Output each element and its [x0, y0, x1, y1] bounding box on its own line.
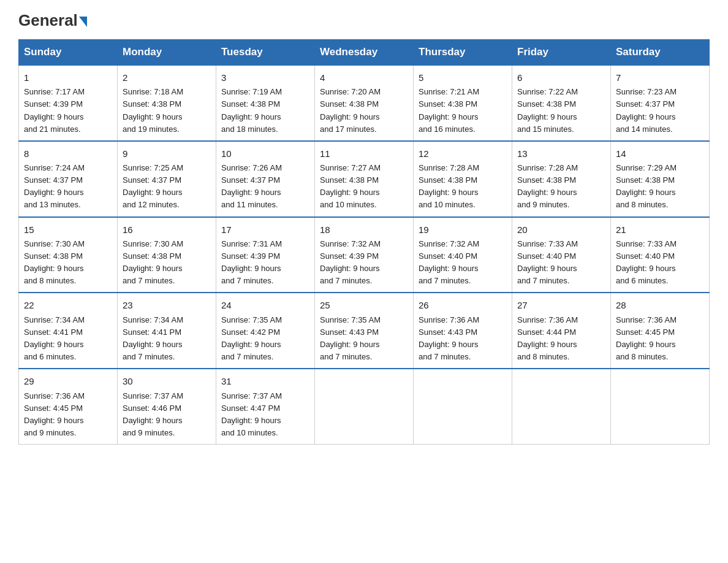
- day-info: Sunrise: 7:33 AM Sunset: 4:40 PM Dayligh…: [616, 238, 704, 288]
- week-row-5: 29Sunrise: 7:36 AM Sunset: 4:45 PM Dayli…: [19, 369, 710, 444]
- week-row-4: 22Sunrise: 7:34 AM Sunset: 4:41 PM Dayli…: [19, 293, 710, 369]
- day-number: 25: [320, 298, 408, 312]
- day-info: Sunrise: 7:22 AM Sunset: 4:38 PM Dayligh…: [517, 86, 605, 136]
- day-info: Sunrise: 7:35 AM Sunset: 4:42 PM Dayligh…: [221, 314, 309, 364]
- day-info: Sunrise: 7:36 AM Sunset: 4:45 PM Dayligh…: [616, 314, 704, 364]
- day-number: 13: [517, 147, 605, 161]
- weekday-header-wednesday: Wednesday: [315, 40, 414, 66]
- day-number: 3: [221, 71, 309, 85]
- day-number: 31: [221, 374, 309, 388]
- day-cell: 2Sunrise: 7:18 AM Sunset: 4:38 PM Daylig…: [118, 65, 216, 141]
- day-cell: 16Sunrise: 7:30 AM Sunset: 4:38 PM Dayli…: [118, 217, 216, 293]
- day-number: 28: [616, 298, 704, 312]
- day-cell: 15Sunrise: 7:30 AM Sunset: 4:38 PM Dayli…: [19, 217, 118, 293]
- day-number: 26: [419, 298, 507, 312]
- week-row-2: 8Sunrise: 7:24 AM Sunset: 4:37 PM Daylig…: [19, 141, 710, 217]
- calendar-table: SundayMondayTuesdayWednesdayThursdayFrid…: [18, 39, 710, 445]
- day-cell: 3Sunrise: 7:19 AM Sunset: 4:38 PM Daylig…: [216, 65, 315, 141]
- day-info: Sunrise: 7:20 AM Sunset: 4:38 PM Dayligh…: [320, 86, 408, 136]
- day-info: Sunrise: 7:36 AM Sunset: 4:45 PM Dayligh…: [24, 390, 112, 440]
- day-number: 6: [517, 71, 605, 85]
- week-row-3: 15Sunrise: 7:30 AM Sunset: 4:38 PM Dayli…: [19, 217, 710, 293]
- day-info: Sunrise: 7:37 AM Sunset: 4:47 PM Dayligh…: [221, 390, 309, 440]
- day-info: Sunrise: 7:21 AM Sunset: 4:38 PM Dayligh…: [419, 86, 507, 136]
- day-info: Sunrise: 7:37 AM Sunset: 4:46 PM Dayligh…: [123, 390, 211, 440]
- calendar-body: 1Sunrise: 7:17 AM Sunset: 4:39 PM Daylig…: [19, 65, 710, 445]
- day-number: 18: [320, 223, 408, 237]
- day-number: 4: [320, 71, 408, 85]
- day-cell: 26Sunrise: 7:36 AM Sunset: 4:43 PM Dayli…: [414, 293, 512, 369]
- day-info: Sunrise: 7:36 AM Sunset: 4:44 PM Dayligh…: [517, 314, 605, 364]
- day-cell: 22Sunrise: 7:34 AM Sunset: 4:41 PM Dayli…: [19, 293, 118, 369]
- weekday-header-thursday: Thursday: [414, 40, 512, 66]
- day-number: 19: [419, 223, 507, 237]
- day-cell: [315, 369, 414, 444]
- logo-top: General: [18, 12, 87, 28]
- day-cell: 8Sunrise: 7:24 AM Sunset: 4:37 PM Daylig…: [19, 141, 118, 217]
- day-number: 22: [24, 298, 112, 312]
- day-cell: 17Sunrise: 7:31 AM Sunset: 4:39 PM Dayli…: [216, 217, 315, 293]
- day-info: Sunrise: 7:28 AM Sunset: 4:38 PM Dayligh…: [517, 162, 605, 212]
- day-cell: [414, 369, 512, 444]
- day-number: 30: [123, 374, 211, 388]
- day-cell: 31Sunrise: 7:37 AM Sunset: 4:47 PM Dayli…: [216, 369, 315, 444]
- day-info: Sunrise: 7:31 AM Sunset: 4:39 PM Dayligh…: [221, 238, 309, 288]
- day-number: 17: [221, 223, 309, 237]
- weekday-header-tuesday: Tuesday: [216, 40, 315, 66]
- day-info: Sunrise: 7:18 AM Sunset: 4:38 PM Dayligh…: [123, 86, 211, 136]
- day-number: 10: [221, 147, 309, 161]
- weekday-header-friday: Friday: [512, 40, 611, 66]
- day-cell: 5Sunrise: 7:21 AM Sunset: 4:38 PM Daylig…: [414, 65, 512, 141]
- day-number: 9: [123, 147, 211, 161]
- weekday-header-row: SundayMondayTuesdayWednesdayThursdayFrid…: [19, 40, 710, 66]
- day-number: 5: [419, 71, 507, 85]
- day-info: Sunrise: 7:29 AM Sunset: 4:38 PM Dayligh…: [616, 162, 704, 212]
- weekday-header-saturday: Saturday: [611, 40, 710, 66]
- day-info: Sunrise: 7:26 AM Sunset: 4:37 PM Dayligh…: [221, 162, 309, 212]
- day-cell: 21Sunrise: 7:33 AM Sunset: 4:40 PM Dayli…: [611, 217, 710, 293]
- weekday-header-monday: Monday: [118, 40, 216, 66]
- day-number: 2: [123, 71, 211, 85]
- day-cell: 29Sunrise: 7:36 AM Sunset: 4:45 PM Dayli…: [19, 369, 118, 444]
- day-number: 27: [517, 298, 605, 312]
- day-info: Sunrise: 7:36 AM Sunset: 4:43 PM Dayligh…: [419, 314, 507, 364]
- day-info: Sunrise: 7:34 AM Sunset: 4:41 PM Dayligh…: [123, 314, 211, 364]
- day-number: 23: [123, 298, 211, 312]
- day-cell: [512, 369, 611, 444]
- logo: General: [18, 12, 87, 28]
- day-cell: 11Sunrise: 7:27 AM Sunset: 4:38 PM Dayli…: [315, 141, 414, 217]
- day-info: Sunrise: 7:24 AM Sunset: 4:37 PM Dayligh…: [24, 162, 112, 212]
- day-number: 20: [517, 223, 605, 237]
- day-info: Sunrise: 7:23 AM Sunset: 4:37 PM Dayligh…: [616, 86, 704, 136]
- weekday-header-sunday: Sunday: [19, 40, 118, 66]
- week-row-1: 1Sunrise: 7:17 AM Sunset: 4:39 PM Daylig…: [19, 65, 710, 141]
- day-info: Sunrise: 7:33 AM Sunset: 4:40 PM Dayligh…: [517, 238, 605, 288]
- day-info: Sunrise: 7:32 AM Sunset: 4:40 PM Dayligh…: [419, 238, 507, 288]
- day-cell: 4Sunrise: 7:20 AM Sunset: 4:38 PM Daylig…: [315, 65, 414, 141]
- day-cell: 23Sunrise: 7:34 AM Sunset: 4:41 PM Dayli…: [118, 293, 216, 369]
- day-info: Sunrise: 7:28 AM Sunset: 4:38 PM Dayligh…: [419, 162, 507, 212]
- day-cell: 27Sunrise: 7:36 AM Sunset: 4:44 PM Dayli…: [512, 293, 611, 369]
- day-cell: 10Sunrise: 7:26 AM Sunset: 4:37 PM Dayli…: [216, 141, 315, 217]
- day-number: 8: [24, 147, 112, 161]
- day-number: 29: [24, 374, 112, 388]
- day-info: Sunrise: 7:30 AM Sunset: 4:38 PM Dayligh…: [24, 238, 112, 288]
- day-info: Sunrise: 7:27 AM Sunset: 4:38 PM Dayligh…: [320, 162, 408, 212]
- day-number: 24: [221, 298, 309, 312]
- day-cell: [611, 369, 710, 444]
- day-cell: 1Sunrise: 7:17 AM Sunset: 4:39 PM Daylig…: [19, 65, 118, 141]
- day-number: 12: [419, 147, 507, 161]
- day-info: Sunrise: 7:35 AM Sunset: 4:43 PM Dayligh…: [320, 314, 408, 364]
- day-cell: 7Sunrise: 7:23 AM Sunset: 4:37 PM Daylig…: [611, 65, 710, 141]
- day-number: 16: [123, 223, 211, 237]
- day-info: Sunrise: 7:17 AM Sunset: 4:39 PM Dayligh…: [24, 86, 112, 136]
- day-cell: 20Sunrise: 7:33 AM Sunset: 4:40 PM Dayli…: [512, 217, 611, 293]
- day-cell: 14Sunrise: 7:29 AM Sunset: 4:38 PM Dayli…: [611, 141, 710, 217]
- day-cell: 18Sunrise: 7:32 AM Sunset: 4:39 PM Dayli…: [315, 217, 414, 293]
- day-info: Sunrise: 7:30 AM Sunset: 4:38 PM Dayligh…: [123, 238, 211, 288]
- day-cell: 30Sunrise: 7:37 AM Sunset: 4:46 PM Dayli…: [118, 369, 216, 444]
- day-info: Sunrise: 7:32 AM Sunset: 4:39 PM Dayligh…: [320, 238, 408, 288]
- day-cell: 24Sunrise: 7:35 AM Sunset: 4:42 PM Dayli…: [216, 293, 315, 369]
- day-cell: 13Sunrise: 7:28 AM Sunset: 4:38 PM Dayli…: [512, 141, 611, 217]
- day-cell: 6Sunrise: 7:22 AM Sunset: 4:38 PM Daylig…: [512, 65, 611, 141]
